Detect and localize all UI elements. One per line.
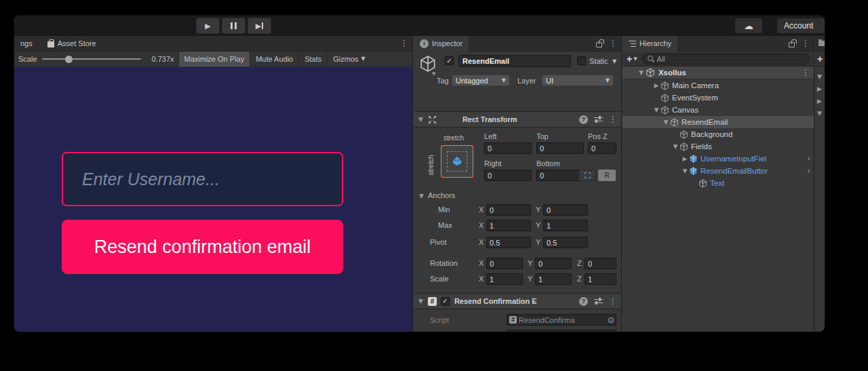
account-button[interactable]: Account	[777, 18, 825, 33]
object-picker-icon[interactable]: ⊙	[608, 331, 614, 332]
foldout-arrow[interactable]: ▼	[817, 73, 825, 80]
scale-slider[interactable]	[42, 55, 141, 63]
tree-row-canvas[interactable]: ▼ Canvas	[623, 104, 814, 116]
slider-thumb[interactable]	[65, 56, 73, 63]
foldout-arrow[interactable]: ▼	[662, 119, 670, 125]
presets-icon[interactable]	[594, 116, 603, 123]
rect-transform-header[interactable]: ▼ Rect Transform ? ⋮	[414, 111, 621, 128]
project-add-button[interactable]: +	[817, 54, 823, 64]
foldout-arrow[interactable]: ▼	[671, 143, 679, 150]
chevron-down-icon: ▼	[502, 77, 506, 83]
raw-edit-mode-button[interactable]: R	[598, 170, 616, 181]
mute-audio-button[interactable]: Mute Audio	[250, 52, 298, 66]
lock-icon[interactable]	[596, 42, 602, 47]
foldout-arrow[interactable]: ▶	[817, 98, 825, 104]
prefab-open-chevron[interactable]: ›	[807, 166, 810, 176]
button-label: Stats	[304, 55, 321, 63]
scale-z-field[interactable]: 1	[585, 273, 616, 285]
pivot-y-field[interactable]: 0.5	[543, 237, 588, 248]
gameobject-dropdown-icon[interactable]: ▼	[432, 71, 435, 77]
help-icon[interactable]: ?	[579, 115, 588, 124]
tab-hierarchy[interactable]: Hierarchy	[623, 36, 677, 52]
foldout-arrow[interactable]: ▼	[418, 116, 423, 123]
blueprint-mode-button[interactable]	[578, 170, 596, 181]
foldout-arrow[interactable]: ▶	[817, 85, 825, 92]
tree-row-fields[interactable]: ▼ Fields	[623, 140, 814, 153]
project-folder-icon	[818, 41, 825, 46]
cloud-button[interactable]: ☁	[735, 18, 762, 33]
panel-menu-icon[interactable]: ⋮	[802, 39, 810, 47]
component-enabled-checkbox[interactable]: ✓	[441, 297, 450, 306]
tree-row-resendemailbutton[interactable]: ▼ ResendEmailButtor ›	[623, 165, 814, 177]
tree-row-text[interactable]: Text	[623, 177, 814, 189]
tag-dropdown[interactable]: Untagged ▼	[452, 75, 510, 86]
anchors-label: Anchors	[428, 191, 455, 199]
foldout-arrow[interactable]: ▼	[652, 106, 660, 113]
component-menu-icon[interactable]: ⋮	[609, 297, 617, 305]
resend-email-button[interactable]: Resend confirmation email	[62, 220, 343, 274]
tree-row-main-camera[interactable]: ▶ Main Camera	[623, 79, 814, 92]
scene-menu-icon[interactable]: ⋮	[802, 69, 810, 77]
add-gameobject-button[interactable]: + ▼	[627, 54, 637, 64]
tree-row-background[interactable]: Background	[623, 128, 814, 140]
username-input-object-field[interactable]: I UsernameInputF ⊙	[507, 330, 616, 332]
anchors-max-y-field[interactable]: 1	[543, 220, 588, 231]
prefab-open-chevron[interactable]: ›	[807, 154, 810, 163]
foldout-arrow[interactable]: ▼	[681, 168, 689, 174]
foldout-arrow[interactable]: ▼	[817, 110, 825, 117]
username-input[interactable]: Enter Username...	[62, 152, 343, 206]
anchor-preset-widget[interactable]: ↔↕	[441, 145, 473, 178]
foldout-arrow[interactable]: ▶	[681, 155, 689, 162]
gameobject-cube-icon	[419, 55, 437, 73]
scale-y-field[interactable]: 1	[535, 273, 572, 285]
maximize-on-play-button[interactable]: Maximize On Play	[178, 52, 250, 66]
bottom-field[interactable]: 0	[536, 170, 584, 181]
left-field[interactable]: 0	[484, 142, 532, 154]
hierarchy-search-input[interactable]: All	[642, 54, 810, 64]
rotation-x-field[interactable]: 0	[486, 258, 523, 269]
foldout-arrow[interactable]: ▼	[639, 69, 644, 76]
presets-icon[interactable]	[594, 298, 603, 305]
foldout-arrow[interactable]: ▶	[652, 82, 660, 89]
step-button[interactable]: ▶	[248, 18, 271, 34]
panel-menu-icon[interactable]: ⋮	[400, 39, 408, 47]
right-field[interactable]: 0	[484, 170, 532, 181]
script-object-field[interactable]: # ResendConfirma ⊙	[507, 314, 616, 326]
active-checkbox[interactable]: ✓	[445, 56, 454, 65]
chevron-down-icon: ▼	[633, 56, 637, 62]
lock-icon[interactable]	[789, 42, 795, 47]
tab-inspector[interactable]: i Inspector	[414, 36, 469, 52]
slider-track[interactable]	[42, 58, 141, 60]
layer-dropdown[interactable]: UI ▼	[542, 75, 614, 86]
tab-asset-store[interactable]: Asset Store	[41, 36, 102, 52]
scale-x-field[interactable]: 1	[486, 273, 523, 285]
pivot-x-field[interactable]: 0.5	[486, 237, 531, 248]
help-icon[interactable]: ?	[579, 297, 588, 306]
tree-row-resendemail[interactable]: ▼ ResendEmail	[623, 116, 814, 128]
play-button[interactable]: ▶	[196, 18, 220, 34]
script-component-header[interactable]: ▼ # ✓ Resend Confirmation E ? ⋮	[414, 293, 621, 309]
rotation-y-field[interactable]: 0	[535, 258, 572, 269]
stats-button[interactable]: Stats	[298, 52, 327, 66]
gizmos-dropdown[interactable]: Gizmos ▼	[327, 52, 370, 66]
panel-menu-icon[interactable]: ⋮	[609, 39, 617, 47]
pause-button[interactable]	[222, 18, 245, 34]
script-row-label: Script	[430, 316, 449, 324]
anchors-min-x-field[interactable]: 0	[486, 204, 531, 216]
object-picker-icon[interactable]: ⊙	[608, 315, 614, 325]
tab-truncated-settings[interactable]: ngs	[14, 36, 39, 52]
anchors-min-y-field[interactable]: 0	[543, 204, 588, 216]
static-checkbox[interactable]	[577, 56, 586, 65]
static-dropdown-icon[interactable]: ▼	[612, 58, 616, 64]
component-menu-icon[interactable]: ⋮	[609, 115, 617, 123]
tree-row-eventsystem[interactable]: EventSystem	[623, 92, 814, 104]
anchors-max-x-field[interactable]: 1	[486, 220, 531, 231]
rotation-z-field[interactable]: 0	[585, 258, 616, 269]
scene-row[interactable]: ▼ Xsollus ⋮	[623, 66, 814, 79]
tree-row-usernameinputfield[interactable]: ▶ UsernameInputFiel ›	[623, 153, 814, 165]
gameobject-name-field[interactable]: ResendEmail	[458, 55, 571, 67]
top-field[interactable]: 0	[536, 142, 584, 154]
foldout-arrow[interactable]: ▼	[418, 298, 423, 305]
foldout-arrow[interactable]: ▼	[419, 193, 424, 199]
posz-field[interactable]: 0	[588, 142, 616, 154]
